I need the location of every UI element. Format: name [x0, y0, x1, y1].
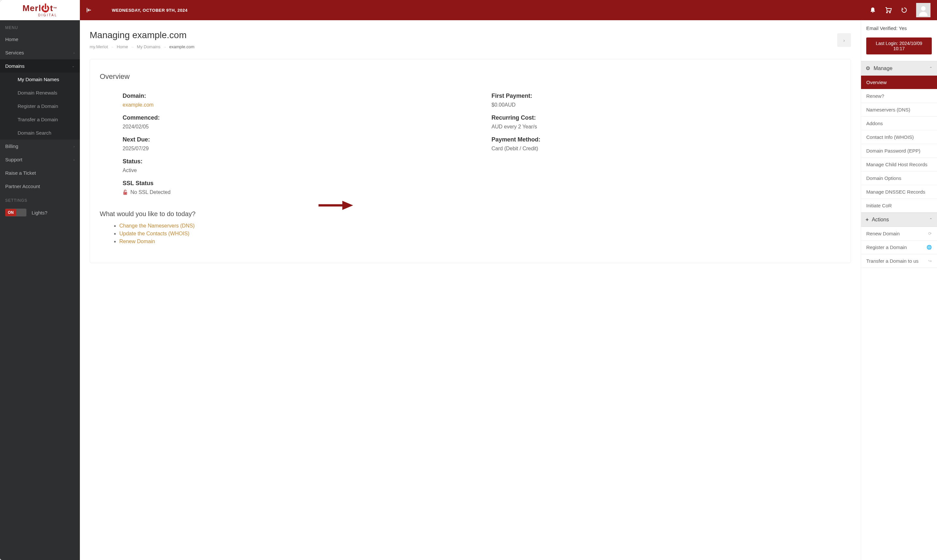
first-payment-label: First Payment: [492, 92, 841, 99]
manage-epp[interactable]: Domain Password (EPP) [861, 144, 937, 158]
commenced-label: Commenced: [123, 114, 472, 121]
svg-rect-2 [125, 193, 126, 194]
globe-icon: 🌐 [926, 245, 932, 250]
sidebar-item-label: Billing [5, 143, 18, 149]
sidebar-item-services[interactable]: Services › [0, 46, 80, 59]
history-button[interactable] [900, 6, 908, 14]
sidebar-subitem-my-domains[interactable]: My Domain Names [0, 73, 80, 86]
last-login-badge: Last Login: 2024/10/09 10:17 [866, 37, 932, 54]
ssl-status-value: No SSL Detected [131, 189, 171, 195]
cart-icon [885, 7, 892, 13]
manage-dnssec[interactable]: Manage DNSSEC Records [861, 185, 937, 199]
manage-renew[interactable]: Renew? [861, 89, 937, 103]
sidebar-item-partner[interactable]: Partner Account [0, 180, 80, 193]
quick-actions-list: Change the Nameservers (DNS) Update the … [100, 223, 841, 245]
recurring-label: Recurring Cost: [492, 114, 841, 121]
forward-button[interactable]: › [837, 33, 851, 47]
actions-panel-header[interactable]: + Actions ⌃ [861, 212, 937, 227]
manage-nameservers[interactable]: Nameservers (DNS) [861, 103, 937, 117]
sidebar-item-label: Home [5, 37, 18, 42]
overview-heading: Overview [100, 72, 841, 81]
collapse-sidebar-button[interactable] [86, 7, 92, 13]
page-title: Managing example.com [90, 30, 194, 40]
manage-addons[interactable]: Addons [861, 117, 937, 131]
arrow-right-icon: → [111, 45, 114, 49]
user-avatar[interactable] [916, 3, 931, 17]
bell-icon [869, 7, 876, 13]
payment-method-label: Payment Method: [492, 136, 841, 143]
manage-childhost[interactable]: Manage Child Host Records [861, 158, 937, 171]
breadcrumb-item[interactable]: My Domains [137, 44, 160, 49]
action-update-whois[interactable]: Update the Contacts (WHOIS) [119, 231, 189, 236]
quick-actions-heading: What would you like to do today? [100, 210, 841, 218]
refresh-icon: ⟳ [928, 231, 932, 236]
collapse-icon [86, 7, 92, 13]
sidebar-subitem-search[interactable]: Domain Search [0, 126, 80, 140]
sidebar-subitem-transfer[interactable]: Transfer a Domain [0, 113, 80, 126]
right-column: Email Verified: Yes Last Login: 2024/10/… [861, 20, 937, 560]
next-due-label: Next Due: [123, 136, 472, 143]
manage-overview[interactable]: Overview [861, 75, 937, 89]
share-icon: ↪ [928, 258, 932, 263]
action-register-domain[interactable]: Register a Domain 🌐 [861, 240, 937, 254]
action-transfer-domain[interactable]: Transfer a Domain to us ↪ [861, 254, 937, 268]
sidebar-subitem-register[interactable]: Register a Domain [0, 99, 80, 113]
overview-card: Overview Domain: example.com Commenced: … [90, 59, 851, 263]
plus-icon: + [866, 217, 869, 222]
domain-label: Domain: [123, 92, 472, 99]
sidebar: Merl⏻t™ DIGITAL MENU Home Services › Dom… [0, 0, 80, 560]
topbar: WEDNESDAY, OCTOBER 9TH, 2024 [80, 0, 937, 20]
annotation-arrow [318, 200, 354, 211]
topbar-date: WEDNESDAY, OCTOBER 9TH, 2024 [112, 8, 188, 13]
sidebar-subitem-renewals[interactable]: Domain Renewals [0, 86, 80, 99]
sidebar-item-label: Services [5, 50, 24, 55]
email-verified: Email Verified: Yes [861, 23, 937, 33]
actions-header-label: Actions [872, 217, 889, 222]
content-main: Managing example.com my.Merlot → Home → … [80, 20, 861, 560]
breadcrumb-item[interactable]: Home [117, 44, 128, 49]
lights-toggle[interactable]: ON [5, 209, 26, 217]
logo[interactable]: Merl⏻t™ DIGITAL [0, 0, 80, 20]
chevron-right-icon: › [73, 145, 75, 148]
breadcrumb-current: example.com [169, 44, 194, 49]
avatar-icon [917, 4, 929, 16]
chevron-right-icon: › [843, 37, 845, 43]
cart-button[interactable] [885, 6, 892, 14]
toggle-on-label: ON [5, 209, 16, 216]
manage-header-label: Manage [874, 66, 892, 71]
notifications-button[interactable] [869, 6, 876, 14]
action-change-ns[interactable]: Change the Nameservers (DNS) [119, 223, 195, 229]
manage-options[interactable]: Domain Options [861, 171, 937, 185]
recurring-value: AUD every 2 Year/s [492, 124, 841, 130]
svg-point-0 [921, 6, 926, 11]
sidebar-item-domains[interactable]: Domains ⌄ [0, 59, 80, 73]
breadcrumbs: my.Merlot → Home → My Domains → example.… [90, 44, 194, 49]
gear-icon: ⚙ [866, 66, 870, 71]
sidebar-item-billing[interactable]: Billing › [0, 140, 80, 153]
domain-value[interactable]: example.com [123, 102, 472, 108]
status-label: Status: [123, 158, 472, 165]
arrow-right-icon: → [131, 45, 134, 49]
action-renew[interactable]: Renew Domain [119, 238, 155, 244]
chevron-right-icon: › [73, 51, 75, 55]
sidebar-item-support[interactable]: Support › [0, 153, 80, 166]
breadcrumb-item[interactable]: my.Merlot [90, 44, 108, 49]
sidebar-item-label: Domains [5, 63, 25, 69]
next-due-value: 2025/07/29 [123, 146, 472, 152]
manage-cor[interactable]: Initiate CoR [861, 199, 937, 212]
manage-whois[interactable]: Contact Info (WHOIS) [861, 131, 937, 144]
chevron-up-icon: ⌃ [929, 217, 932, 222]
payment-method-value: Card (Debit / Credit) [492, 146, 841, 152]
chevron-up-icon: ⌃ [929, 66, 932, 71]
ssl-status-label: SSL Status [123, 180, 472, 187]
arrow-right-icon [318, 200, 354, 211]
history-icon [901, 7, 907, 13]
menu-label: MENU [0, 20, 80, 32]
action-renew-domain[interactable]: Renew Domain ⟳ [861, 227, 937, 240]
status-value: Active [123, 168, 472, 174]
manage-panel-header[interactable]: ⚙ Manage ⌃ [861, 61, 937, 75]
lock-broken-icon [123, 190, 128, 195]
sidebar-item-home[interactable]: Home [0, 32, 80, 46]
sidebar-item-raise-ticket[interactable]: Raise a Ticket [0, 166, 80, 180]
lights-label: Lights? [32, 210, 47, 215]
